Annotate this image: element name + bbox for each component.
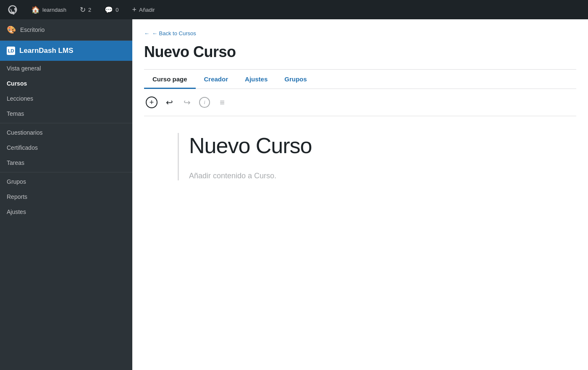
tab-creador-label: Creador — [204, 76, 228, 83]
sidebar-nav: Vista general Cursos Lecciones Temas Cue… — [0, 61, 132, 219]
redo-button[interactable]: ↪ — [179, 95, 194, 110]
tab-curso-page[interactable]: Curso page — [144, 70, 196, 89]
home-icon: 🏠 — [31, 5, 40, 14]
add-new-button[interactable]: + Añadir — [129, 0, 158, 19]
sidebar-item-temas[interactable]: Temas — [0, 106, 132, 121]
content-inner: ← ← Back to Cursos Nuevo Curso Curso pag… — [132, 19, 588, 370]
info-button[interactable]: i — [197, 95, 212, 110]
page-title: Nuevo Curso — [144, 43, 576, 61]
comments-count: 0 — [116, 7, 118, 13]
learndash-icon: LD — [7, 47, 15, 55]
back-link[interactable]: ← ← Back to Cursos — [144, 30, 196, 36]
reports-label: Reports — [7, 193, 27, 200]
sidebar-item-vista-general[interactable]: Vista general — [0, 61, 132, 76]
main-layout: 🎨 Escritorio LD LearnDash LMS Vista gene… — [0, 19, 588, 370]
site-name-button[interactable]: 🏠 learndash — [28, 0, 70, 19]
add-block-icon: + — [146, 96, 158, 108]
redo-icon: ↪ — [184, 97, 191, 107]
content-area: ← ← Back to Cursos Nuevo Curso Curso pag… — [132, 19, 588, 370]
grupos-label: Grupos — [7, 178, 26, 185]
tab-grupos[interactable]: Grupos — [276, 70, 315, 89]
updates-button[interactable]: ↻ 2 — [76, 0, 94, 19]
wordpress-icon — [8, 5, 18, 15]
undo-button[interactable]: ↩ — [162, 95, 177, 110]
comment-icon: 💬 — [105, 6, 113, 14]
tabs-bar: Curso page Creador Ajustes Grupos — [144, 70, 576, 89]
sidebar: 🎨 Escritorio LD LearnDash LMS Vista gene… — [0, 19, 132, 370]
undo-icon: ↩ — [166, 97, 173, 107]
sidebar-brand[interactable]: LD LearnDash LMS — [0, 41, 132, 61]
canvas-content: Nuevo Curso Añadir contenido a Curso. — [178, 133, 576, 180]
comments-button[interactable]: 💬 0 — [101, 0, 122, 19]
sidebar-item-ajustes[interactable]: Ajustes — [0, 204, 132, 219]
tab-ajustes[interactable]: Ajustes — [236, 70, 276, 89]
certificados-label: Certificados — [7, 144, 38, 151]
admin-bar: 🏠 learndash ↻ 2 💬 0 + Añadir — [0, 0, 588, 19]
vista-general-label: Vista general — [7, 65, 41, 72]
wp-logo-button[interactable] — [4, 0, 21, 19]
cuestionarios-label: Cuestionarios — [7, 129, 43, 136]
tareas-label: Tareas — [7, 159, 24, 166]
escritorio-icon: 🎨 — [7, 25, 16, 34]
sidebar-item-lecciones[interactable]: Lecciones — [0, 91, 132, 106]
list-view-button[interactable]: ≡ — [215, 95, 230, 110]
back-link-text: ← Back to Cursos — [152, 30, 196, 36]
back-arrow-icon: ← — [144, 30, 150, 36]
lecciones-label: Lecciones — [7, 95, 33, 102]
brand-label: LearnDash LMS — [19, 47, 73, 55]
updates-count: 2 — [88, 7, 91, 13]
list-view-icon: ≡ — [220, 98, 225, 107]
plus-icon: + — [132, 5, 137, 14]
add-label: Añadir — [139, 7, 155, 13]
sidebar-item-tareas[interactable]: Tareas — [0, 155, 132, 170]
sidebar-item-cursos[interactable]: Cursos — [0, 76, 132, 91]
canvas-course-title: Nuevo Curso — [189, 133, 576, 158]
tab-grupos-label: Grupos — [284, 76, 307, 83]
tab-curso-page-label: Curso page — [152, 76, 187, 83]
sidebar-item-reports[interactable]: Reports — [0, 189, 132, 204]
sidebar-item-escritorio[interactable]: 🎨 Escritorio — [0, 19, 132, 41]
editor-toolbar: + ↩ ↪ i ≡ — [144, 89, 576, 116]
add-block-button[interactable]: + — [144, 95, 159, 110]
sidebar-item-grupos[interactable]: Grupos — [0, 172, 132, 189]
editor-canvas[interactable]: Nuevo Curso Añadir contenido a Curso. — [144, 116, 576, 197]
site-name: learndash — [42, 7, 66, 13]
tab-creador[interactable]: Creador — [196, 70, 237, 89]
refresh-icon: ↻ — [80, 5, 86, 14]
temas-label: Temas — [7, 110, 24, 117]
info-icon: i — [199, 97, 210, 108]
tab-ajustes-label: Ajustes — [245, 76, 268, 83]
sidebar-item-certificados[interactable]: Certificados — [0, 140, 132, 155]
canvas-placeholder: Añadir contenido a Curso. — [189, 172, 576, 180]
sidebar-escritorio-label: Escritorio — [20, 26, 45, 33]
ajustes-label: Ajustes — [7, 208, 26, 215]
sidebar-item-cuestionarios[interactable]: Cuestionarios — [0, 123, 132, 140]
cursos-label: Cursos — [7, 80, 27, 87]
